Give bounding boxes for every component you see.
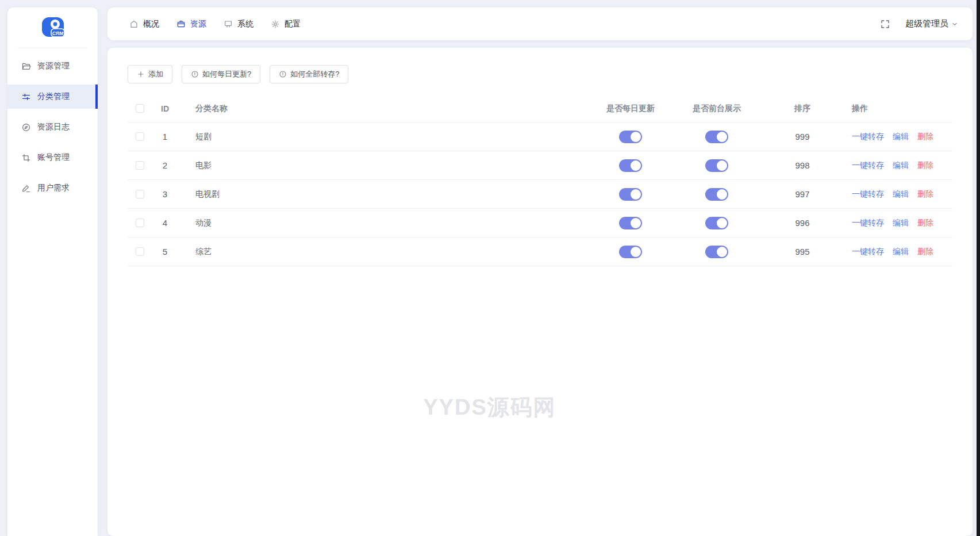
delete-link[interactable]: 删除 [917, 247, 933, 257]
sidebar-item-resource-log[interactable]: 资源日志 [7, 115, 98, 139]
row-checkbox[interactable] [136, 132, 144, 141]
sidebar-item-category-management[interactable]: 分类管理 [7, 85, 98, 109]
table-row: 3 电视剧 997 一键转存 编辑 删除 [128, 180, 952, 209]
user-name: 超级管理员 [905, 18, 948, 29]
table-row: 2 电影 998 一键转存 编辑 删除 [128, 151, 952, 180]
daily-update-toggle[interactable] [619, 131, 642, 143]
tab-resources[interactable]: 资源 [176, 19, 206, 29]
toolbar: 添加 如何每日更新? 如何全部转存? [128, 65, 952, 83]
gear-icon [271, 20, 280, 29]
topbar-right: 超级管理员 [880, 18, 959, 29]
edit-link[interactable]: 编辑 [893, 132, 909, 142]
edit-link[interactable]: 编辑 [893, 160, 909, 171]
front-display-toggle[interactable] [705, 159, 728, 172]
row-category-name: 短剧 [178, 132, 587, 142]
help-daily-label: 如何每日更新? [202, 69, 251, 79]
tab-label: 概况 [143, 19, 159, 29]
front-display-toggle[interactable] [705, 188, 728, 201]
row-checkbox[interactable] [136, 190, 144, 198]
row-id: 4 [152, 218, 178, 228]
col-header-name: 分类名称 [178, 104, 587, 114]
row-checkbox[interactable] [136, 161, 144, 170]
col-header-id: ID [152, 104, 178, 113]
sidebar-item-label: 资源管理 [37, 61, 70, 71]
edit-link[interactable]: 编辑 [893, 218, 909, 228]
row-category-name: 综艺 [178, 247, 587, 257]
help-daily-update-button[interactable]: 如何每日更新? [182, 65, 260, 83]
delete-link[interactable]: 删除 [917, 160, 933, 171]
transfer-link[interactable]: 一键转存 [852, 132, 884, 142]
board-icon [224, 20, 233, 29]
transfer-link[interactable]: 一键转存 [852, 189, 884, 200]
sidebar-divider [18, 48, 87, 48]
row-sort: 998 [760, 160, 845, 170]
row-category-name: 电影 [178, 160, 587, 171]
sidebar-item-label: 账号管理 [37, 152, 70, 163]
help-transfer-label: 如何全部转存? [290, 69, 339, 79]
add-button[interactable]: 添加 [128, 65, 172, 83]
add-button-label: 添加 [148, 69, 163, 79]
row-id: 2 [152, 160, 178, 170]
sidebar-item-resource-management[interactable]: 资源管理 [7, 54, 98, 78]
transfer-link[interactable]: 一键转存 [852, 247, 884, 257]
daily-update-toggle[interactable] [619, 217, 642, 229]
home-icon [129, 20, 139, 29]
folder-icon [21, 62, 31, 71]
logo-text: CRM [52, 30, 63, 36]
info-circle-icon [191, 70, 199, 78]
table-header-row: ID 分类名称 是否每日更新 是否前台展示 排序 操作 [128, 95, 952, 122]
info-circle-icon [279, 70, 287, 78]
sidebar-item-user-requests[interactable]: 用户需求 [7, 176, 98, 200]
col-header-actions: 操作 [845, 104, 952, 114]
delete-link[interactable]: 删除 [917, 189, 933, 200]
row-sort: 996 [760, 218, 845, 228]
transfer-link[interactable]: 一键转存 [852, 160, 884, 171]
plus-icon [137, 70, 145, 78]
row-checkbox[interactable] [136, 219, 144, 227]
row-sort: 999 [760, 132, 845, 141]
col-header-sort: 排序 [760, 104, 845, 114]
select-all-checkbox[interactable] [136, 104, 144, 113]
briefcase-icon [176, 20, 186, 29]
help-transfer-all-button[interactable]: 如何全部转存? [270, 65, 348, 83]
table-row: 4 动漫 996 一键转存 编辑 删除 [128, 209, 952, 238]
pencil-icon [21, 183, 31, 193]
crop-icon [21, 153, 31, 163]
tab-overview[interactable]: 概况 [129, 19, 159, 29]
row-category-name: 动漫 [178, 218, 587, 228]
row-sort: 997 [760, 189, 845, 199]
daily-update-toggle[interactable] [619, 188, 642, 201]
delete-link[interactable]: 删除 [917, 132, 933, 142]
front-display-toggle[interactable] [705, 131, 728, 143]
row-sort: 995 [760, 247, 845, 256]
topbar-tabs: 概况 资源 系统 [129, 19, 301, 29]
edit-link[interactable]: 编辑 [893, 247, 909, 257]
front-display-toggle[interactable] [705, 217, 728, 229]
delete-link[interactable]: 删除 [917, 218, 933, 228]
main-content: 添加 如何每日更新? 如何全部转存? ID 分类名称 是否每日更新 [107, 48, 973, 536]
row-checkbox[interactable] [136, 247, 144, 256]
scrollbar[interactable] [977, 0, 980, 536]
edit-link[interactable]: 编辑 [893, 189, 909, 200]
row-id: 3 [152, 189, 178, 199]
fullscreen-icon[interactable] [880, 19, 890, 29]
daily-update-toggle[interactable] [619, 246, 642, 258]
tab-system[interactable]: 系统 [224, 19, 253, 29]
tab-config[interactable]: 配置 [271, 19, 301, 29]
user-dropdown[interactable]: 超级管理员 [905, 18, 959, 29]
row-id: 1 [152, 132, 178, 141]
sidebar-item-label: 分类管理 [37, 91, 70, 102]
sidebar-menu: 资源管理 分类管理 资源日志 [7, 54, 98, 200]
table-row: 1 短剧 999 一键转存 编辑 删除 [128, 122, 952, 151]
tab-label: 资源 [190, 19, 206, 29]
sidebar-item-label: 资源日志 [37, 122, 70, 132]
sidebar-item-account-management[interactable]: 账号管理 [7, 146, 98, 170]
sliders-icon [21, 92, 31, 102]
transfer-link[interactable]: 一键转存 [852, 218, 884, 228]
row-id: 5 [152, 247, 178, 256]
topbar: 概况 资源 系统 [107, 7, 973, 40]
daily-update-toggle[interactable] [619, 159, 642, 172]
crm-logo-icon: CRM [39, 16, 67, 41]
front-display-toggle[interactable] [705, 246, 728, 258]
chevron-down-icon [951, 20, 959, 28]
